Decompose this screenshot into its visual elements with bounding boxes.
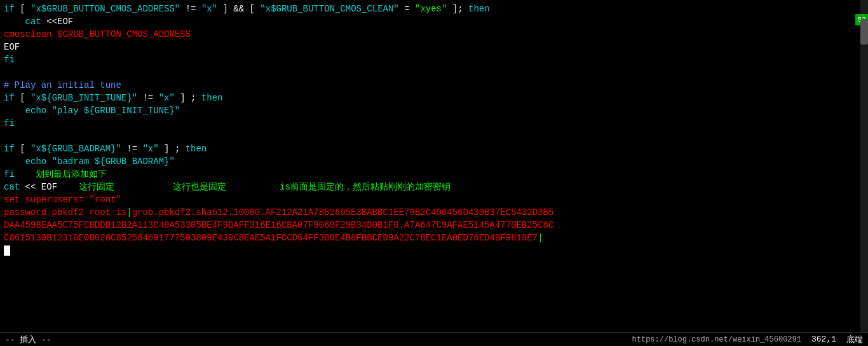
keyword-then-1: then xyxy=(468,4,490,14)
editor-area: if [ "x$GRUB_BUTTON_CMOS_ADDRESS" != "x"… xyxy=(0,0,868,346)
keyword-if: if xyxy=(4,4,15,14)
code-line-17: password_pbkdf2 root is|grub.pbkdf2.sha5… xyxy=(4,206,864,219)
cursor-position: 362,1 xyxy=(811,335,836,344)
code-line-3: cmosclean $GRUB_BUTTON_CMOS_ADDRESS xyxy=(4,28,864,41)
keyword-fi-1: fi xyxy=(4,55,15,65)
code-line-16: set superusers= "root" xyxy=(4,193,864,206)
scrollbar-track[interactable]: 52 xyxy=(860,0,868,346)
status-bar: -- 插入 -- https://blog.csdn.net/weixin_45… xyxy=(0,332,868,346)
code-line-14: fi 划到最后添加如下 xyxy=(4,168,864,181)
code-line-10: fi xyxy=(4,117,864,130)
code-line-4: EOF xyxy=(4,41,864,53)
code-line-19: C8615130B12310E0D028C852584691777503809E… xyxy=(4,232,864,244)
code-line-15: cat << EOF 这行固定 这行也是固定 is前面是固定的，然后粘贴刚刚的加… xyxy=(4,181,864,193)
code-line-7: # Play an initial tune xyxy=(4,79,864,92)
code-line-9: echo "play ${GRUB_INIT_TUNE}" xyxy=(4,104,864,117)
code-line-13: echo "badram ${GRUB_BADRAM}" xyxy=(4,155,864,168)
code-line-1: if [ "x$GRUB_BUTTON_CMOS_ADDRESS" != "x"… xyxy=(4,3,864,15)
code-line-12: if [ "x${GRUB_BADRAM}" != "x" ] ; then xyxy=(4,142,864,155)
cursor xyxy=(4,246,10,256)
code-content: if [ "x$GRUB_BUTTON_CMOS_ADDRESS" != "x"… xyxy=(4,3,864,271)
insert-mode-label: -- 插入 -- xyxy=(5,334,51,345)
scrollbar-thumb[interactable] xyxy=(860,19,868,45)
code-line-2: cat <<EOF xyxy=(4,15,864,28)
code-line-18: DAA4598EAA5C75FCBDDD12B2A113C49A53305BE4… xyxy=(4,219,864,232)
code-line-5: fi xyxy=(4,53,864,66)
keyword-cat: cat xyxy=(25,17,41,27)
code-line-6 xyxy=(4,66,864,79)
status-url: https://blog.csdn.net/weixin_45600291 xyxy=(632,335,801,344)
status-bottom-label: 底端 xyxy=(846,334,863,345)
code-line-11 xyxy=(4,130,864,142)
code-line-8: if [ "x${GRUB_INIT_TUNE}" != "x" ] ; the… xyxy=(4,92,864,104)
code-line-20 xyxy=(4,244,864,257)
